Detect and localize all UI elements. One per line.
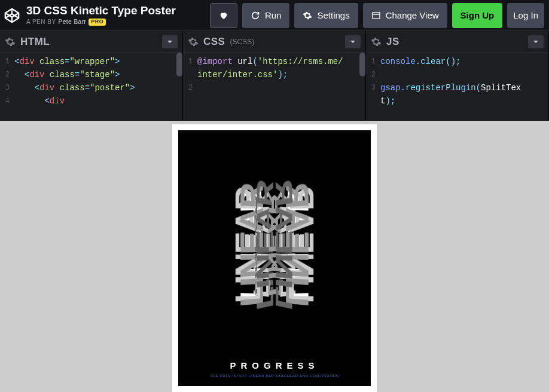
css-panel: CSS (SCSS) 1@import url('https://rsms.me… — [183, 31, 366, 120]
layout-icon — [371, 11, 381, 20]
code-line[interactable]: 2 — [366, 68, 548, 81]
js-code[interactable]: 1console.clear();23gsap.registerPlugin(S… — [366, 53, 548, 120]
css-panel-header: CSS (SCSS) — [183, 31, 365, 53]
code-line[interactable]: 1<div class="wrapper"> — [0, 55, 182, 68]
settings-label: Settings — [317, 10, 349, 20]
run-label: Run — [265, 10, 282, 20]
code-line[interactable]: 1@import url('https://rsms.me/inter/inte… — [183, 55, 365, 81]
toolbar: Run Settings Change View Sign Up Log In — [210, 3, 544, 28]
kinetic-right: LINEARLINEARLINEARLINEARLINEARLINEARLINE… — [274, 130, 371, 360]
change-view-button[interactable]: Change View — [363, 3, 447, 28]
js-collapse-button[interactable] — [528, 35, 544, 48]
poster-sub: THE PATH IS NOT LINEAR BUT CIRCULAR AND … — [210, 374, 339, 378]
kinetic-type: LINEARLINEARLINEARLINEARLINEARLINEARLINE… — [178, 130, 371, 360]
poster-label: PROGRESS — [230, 360, 319, 370]
css-code[interactable]: 1@import url('https://rsms.me/inter/inte… — [183, 53, 365, 120]
code-line[interactable]: 1console.clear(); — [366, 55, 548, 68]
heart-icon — [219, 11, 228, 20]
byline-prefix: A PEN BY — [26, 19, 56, 25]
author-link[interactable]: Pete Barr — [59, 19, 87, 25]
code-line[interactable]: 4 <div — [0, 94, 182, 108]
sign-up-label: Sign Up — [460, 10, 495, 20]
editor-panels: HTML 1<div class="wrapper">2 <div class=… — [0, 31, 549, 121]
code-line[interactable]: 2 — [183, 81, 365, 94]
gear-icon[interactable] — [5, 36, 16, 47]
settings-button[interactable]: Settings — [294, 3, 358, 28]
gear-icon[interactable] — [188, 36, 199, 47]
gear-icon[interactable] — [371, 36, 382, 47]
code-line[interactable]: 2 <div class="stage"> — [0, 68, 182, 81]
heart-button[interactable] — [210, 3, 237, 28]
sign-up-button[interactable]: Sign Up — [452, 3, 503, 28]
run-button[interactable]: Run — [242, 3, 290, 28]
html-collapse-button[interactable] — [162, 35, 178, 48]
html-panel: HTML 1<div class="wrapper">2 <div class=… — [0, 31, 183, 120]
gear-icon — [303, 11, 312, 20]
result-preview: LINEARLINEARLINEARLINEARLINEARLINEARLINE… — [0, 121, 549, 392]
title-block: 3D CSS Kinetic Type Poster A PEN BY Pete… — [26, 5, 176, 26]
log-in-label: Log In — [513, 10, 538, 20]
scrollbar[interactable] — [359, 53, 365, 76]
css-subtitle: (SCSS) — [230, 38, 254, 46]
poster-frame: LINEARLINEARLINEARLINEARLINEARLINEARLINE… — [172, 124, 377, 392]
pro-badge: PRO — [89, 19, 106, 26]
js-title: JS — [386, 36, 399, 48]
change-view-label: Change View — [386, 10, 439, 20]
code-line[interactable]: 3 <div class="poster"> — [0, 81, 182, 94]
byline: A PEN BY Pete Barr PRO — [26, 19, 176, 26]
code-line[interactable]: 3gsap.registerPlugin(SplitText); — [366, 81, 548, 108]
html-title: HTML — [20, 36, 50, 48]
app-header: 3D CSS Kinetic Type Poster A PEN BY Pete… — [0, 0, 549, 31]
html-code[interactable]: 1<div class="wrapper">2 <div class="stag… — [0, 53, 182, 120]
js-panel: JS 1console.clear();23gsap.registerPlugi… — [366, 31, 549, 120]
css-title: CSS — [203, 36, 225, 48]
codepen-logo[interactable] — [4, 7, 20, 24]
kinetic-page: LINEAR — [252, 145, 325, 345]
pen-title: 3D CSS Kinetic Type Poster — [26, 5, 176, 17]
css-collapse-button[interactable] — [345, 35, 361, 48]
svg-rect-3 — [373, 12, 380, 19]
html-panel-header: HTML — [0, 31, 182, 53]
js-panel-header: JS — [366, 31, 548, 53]
poster: LINEARLINEARLINEARLINEARLINEARLINEARLINE… — [178, 130, 371, 386]
scrollbar[interactable] — [176, 53, 182, 76]
refresh-icon — [251, 11, 260, 20]
log-in-button[interactable]: Log In — [507, 3, 544, 28]
